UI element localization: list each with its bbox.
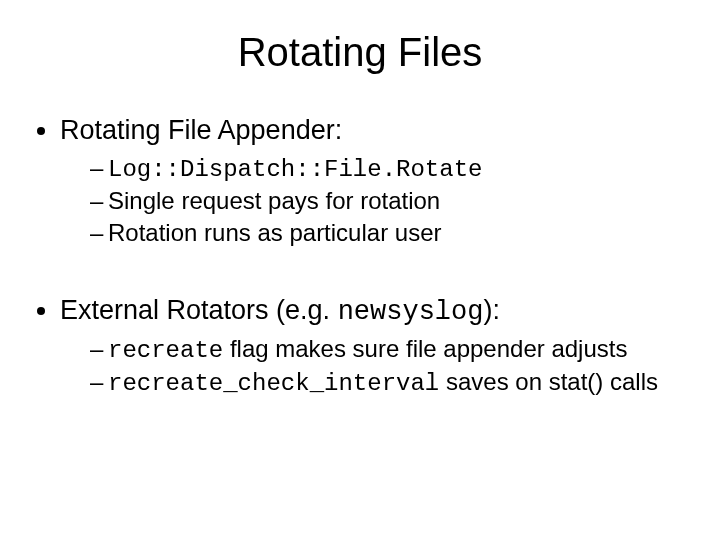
bullet-rotating-file-appender: Rotating File Appender: Log::Dispatch::F… [60,115,690,247]
bullet-label-code: newsyslog [338,297,484,327]
sub-text: flag makes sure file appender adjusts [223,335,627,362]
code-text: Log::Dispatch::File.Rotate [108,156,482,183]
bullet-label: Rotating File Appender: [60,115,342,145]
sub-item: recreate flag makes sure file appender a… [90,335,690,364]
sub-text: Rotation runs as particular user [108,219,442,246]
sub-list: recreate flag makes sure file appender a… [60,335,690,397]
sub-list: Log::Dispatch::File.Rotate Single reques… [60,154,690,247]
bullet-label-post: ): [483,295,500,325]
sub-text: saves on stat() calls [439,368,658,395]
code-text: recreate [108,337,223,364]
sub-text: Single request pays for rotation [108,187,440,214]
bullet-list: Rotating File Appender: Log::Dispatch::F… [30,115,690,397]
spacer [60,253,690,289]
sub-item: recreate_check_interval saves on stat() … [90,368,690,397]
bullet-label-pre: External Rotators (e.g. [60,295,338,325]
slide: Rotating Files Rotating File Appender: L… [0,0,720,540]
sub-item: Rotation runs as particular user [90,219,690,247]
slide-title: Rotating Files [30,30,690,75]
sub-item: Log::Dispatch::File.Rotate [90,154,690,183]
sub-item: Single request pays for rotation [90,187,690,215]
bullet-external-rotators: External Rotators (e.g. newsyslog): recr… [60,295,690,397]
code-text: recreate_check_interval [108,370,439,397]
